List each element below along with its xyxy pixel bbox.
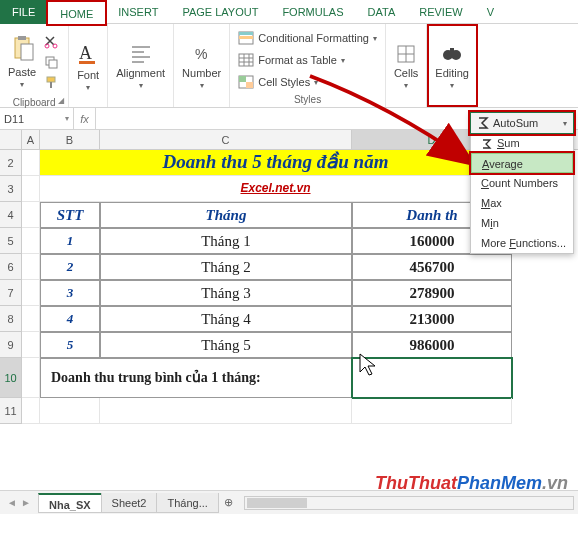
svg-rect-7 — [47, 77, 55, 82]
hdr-stt[interactable]: STT — [40, 202, 100, 228]
table-subtitle[interactable]: Excel.net.vn — [40, 176, 512, 202]
font-label: Font — [77, 69, 99, 81]
ribbon: Paste ▾ Clipboard ◢ A Font ▾ Alignment — [0, 24, 578, 108]
row-header[interactable]: 9 — [0, 332, 22, 358]
chevron-down-icon: ▾ — [450, 81, 454, 90]
tab-view[interactable]: V — [475, 0, 506, 24]
autosum-max[interactable]: Max — [471, 193, 573, 213]
select-all-corner[interactable] — [0, 130, 22, 149]
chevron-down-icon: ▾ — [20, 80, 24, 89]
copy-button[interactable] — [42, 53, 60, 71]
svg-rect-17 — [239, 32, 253, 35]
horizontal-scrollbar[interactable] — [244, 496, 574, 510]
row-header[interactable]: 3 — [0, 176, 22, 202]
add-sheet-button[interactable]: ⊕ — [218, 496, 240, 509]
group-number: % Number ▾ — [174, 24, 230, 107]
cut-button[interactable] — [42, 33, 60, 51]
row-header[interactable]: 8 — [0, 306, 22, 332]
svg-rect-18 — [239, 36, 253, 39]
alignment-label: Alignment — [116, 67, 165, 79]
cells-button[interactable]: Cells ▾ — [394, 43, 418, 90]
table-icon — [238, 53, 254, 67]
tab-insert[interactable]: INSERT — [106, 0, 170, 24]
row-header[interactable]: 5 — [0, 228, 22, 254]
table-title[interactable]: Doanh thu 5 tháng đầu năm — [40, 150, 512, 176]
svg-text:%: % — [195, 46, 207, 62]
font-button[interactable]: A Font ▾ — [77, 41, 99, 92]
conditional-formatting-button[interactable]: Conditional Formatting▾ — [238, 28, 377, 48]
group-font: A Font ▾ — [69, 24, 108, 107]
sheet-nav[interactable]: ◄► — [0, 497, 38, 508]
group-clipboard-label: Clipboard — [13, 95, 56, 108]
chevron-down-icon: ▾ — [139, 81, 143, 90]
group-styles: Conditional Formatting▾ Format as Table▾… — [230, 24, 386, 107]
chevron-down-icon: ▾ — [404, 81, 408, 90]
clipboard-dialog-launcher[interactable]: ◢ — [58, 96, 64, 105]
row-header[interactable]: 10 — [0, 358, 22, 398]
cell-styles-button[interactable]: Cell Styles▾ — [238, 72, 318, 92]
row-header[interactable]: 7 — [0, 280, 22, 306]
format-as-table-button[interactable]: Format as Table▾ — [238, 50, 345, 70]
sheet-tab[interactable]: Sheet2 — [101, 493, 158, 513]
tab-pagelayout[interactable]: PAGE LAYOUT — [170, 0, 270, 24]
svg-text:A: A — [79, 43, 92, 63]
group-clipboard: Paste ▾ Clipboard ◢ — [0, 24, 69, 107]
tab-file[interactable]: FILE — [0, 0, 47, 24]
format-painter-button[interactable] — [42, 73, 60, 91]
chevron-down-icon: ▾ — [86, 83, 90, 92]
group-styles-label: Styles — [294, 92, 321, 105]
autosum-header[interactable]: AutoSum ▾ — [470, 112, 574, 134]
paste-label: Paste — [8, 66, 36, 78]
sheet-tab[interactable]: Tháng... — [156, 493, 218, 513]
col-C[interactable]: C — [100, 130, 352, 149]
svg-rect-8 — [50, 82, 52, 88]
svg-rect-19 — [239, 54, 253, 66]
svg-rect-10 — [79, 61, 95, 64]
svg-point-4 — [53, 44, 57, 48]
fx-button[interactable]: fx — [74, 108, 96, 130]
row-header[interactable]: 4 — [0, 202, 22, 228]
number-button[interactable]: % Number ▾ — [182, 43, 221, 90]
sigma-icon — [477, 117, 489, 129]
cells-label: Cells — [394, 67, 418, 79]
selected-cell-D11[interactable] — [352, 358, 512, 398]
alignment-button[interactable]: Alignment ▾ — [116, 43, 165, 90]
svg-rect-26 — [246, 82, 253, 88]
group-cells: Cells ▾ — [386, 24, 427, 107]
group-editing: Editing ▾ — [427, 24, 478, 107]
conditional-formatting-icon — [238, 31, 254, 45]
hdr-thang[interactable]: Tháng — [100, 202, 352, 228]
tab-formulas[interactable]: FORMULAS — [270, 0, 355, 24]
tab-data[interactable]: DATA — [356, 0, 408, 24]
autosum-dropdown: AutoSum ▾ SSumum Average Count Numbers M… — [470, 112, 574, 254]
name-box[interactable]: D11▾ — [0, 108, 74, 130]
svg-rect-6 — [49, 60, 57, 68]
chevron-down-icon: ▾ — [200, 81, 204, 90]
col-A[interactable]: A — [22, 130, 40, 149]
group-alignment: Alignment ▾ — [108, 24, 174, 107]
editing-label: Editing — [435, 67, 469, 79]
autosum-sum[interactable]: SSumum — [471, 133, 573, 153]
svg-rect-2 — [21, 44, 33, 60]
row-header[interactable]: 2 — [0, 150, 22, 176]
table-footer-label[interactable]: Doanh thu trung bình của 1 tháng: — [40, 358, 352, 398]
svg-rect-32 — [450, 48, 454, 52]
sigma-icon — [481, 139, 493, 149]
paste-button[interactable]: Paste ▾ — [8, 34, 36, 89]
svg-rect-1 — [18, 36, 26, 40]
sheet-tab-active[interactable]: Nha_SX — [38, 493, 102, 513]
binoculars-icon — [441, 43, 463, 65]
col-B[interactable]: B — [40, 130, 100, 149]
row-header[interactable]: 6 — [0, 254, 22, 280]
watermark: ThuThuatPhanMem.vn — [375, 473, 568, 494]
autosum-average[interactable]: Average — [471, 153, 573, 173]
autosum-count[interactable]: Count Numbers — [471, 173, 573, 193]
autosum-more[interactable]: More Functions... — [471, 233, 573, 253]
editing-button[interactable]: Editing ▾ — [435, 43, 469, 90]
autosum-min[interactable]: Min — [471, 213, 573, 233]
ribbon-tabs: FILE HOME INSERT PAGE LAYOUT FORMULAS DA… — [0, 0, 578, 24]
tab-review[interactable]: REVIEW — [407, 0, 474, 24]
svg-rect-25 — [239, 76, 246, 82]
row-header[interactable]: 11 — [0, 398, 22, 424]
tab-home[interactable]: HOME — [47, 1, 106, 25]
